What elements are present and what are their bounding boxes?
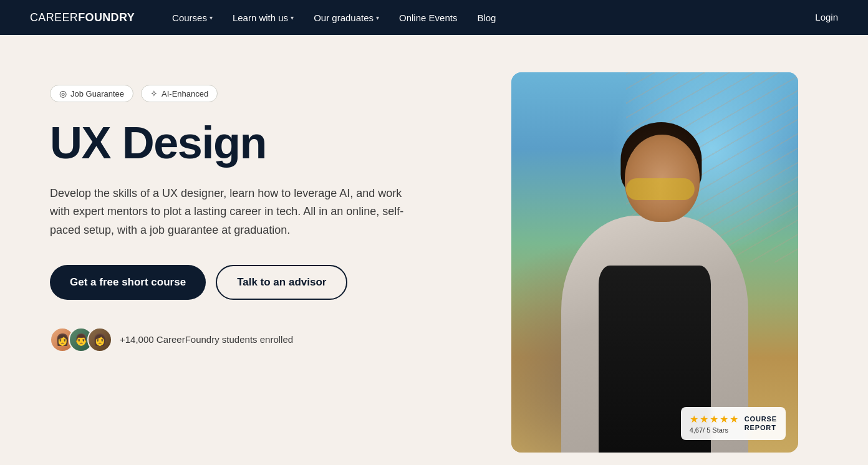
rating-value: 4,67/ 5 Stars (690, 426, 728, 434)
avatar-stack: 👩 👨 👩 (50, 327, 112, 352)
stars-rating: ★ ★ ★ ★ ★ 4,67/ 5 Stars (690, 413, 738, 434)
login-button[interactable]: Login (815, 12, 838, 22)
star-3-icon: ★ (710, 413, 718, 425)
cta-buttons: Get a free short course Talk to an advis… (50, 265, 474, 300)
job-guarantee-badge: ◎ Job Guarantee (50, 85, 133, 102)
enrolled-count: +14,000 CareerFoundry students enrolled (120, 334, 293, 345)
hero-description: Develop the skills of a UX designer, lea… (50, 185, 424, 240)
nav-item-courses[interactable]: Courses ▾ (165, 7, 220, 28)
nav-item-blog[interactable]: Blog (470, 7, 503, 28)
nav-item-learn[interactable]: Learn with us ▾ (225, 7, 301, 28)
hero-right: ★ ★ ★ ★ ★ 4,67/ 5 Stars COURSE REPORT (511, 72, 798, 453)
ai-enhanced-badge: ✧ AI-Enhanced (141, 85, 218, 102)
star-2-icon: ★ (700, 413, 708, 425)
enrolled-section: 👩 👨 👩 +14,000 CareerFoundry students enr… (50, 327, 474, 352)
main-content: ◎ Job Guarantee ✧ AI-Enhanced UX Design … (0, 35, 868, 465)
talk-advisor-button[interactable]: Talk to an advisor (216, 265, 347, 300)
star-half-icon: ★ (730, 413, 738, 425)
course-report-badge: ★ ★ ★ ★ ★ 4,67/ 5 Stars COURSE REPORT (681, 407, 786, 440)
nav-links: Courses ▾ Learn with us ▾ Our graduates … (165, 7, 815, 28)
chevron-down-icon: ▾ (291, 14, 294, 21)
page-title: UX Design (50, 120, 474, 167)
nav-item-events[interactable]: Online Events (392, 7, 465, 28)
guarantee-icon: ◎ (59, 89, 67, 98)
logo[interactable]: CAREERFOUNDRY (30, 11, 135, 24)
nav-item-graduates[interactable]: Our graduates ▾ (306, 7, 387, 28)
hero-left: ◎ Job Guarantee ✧ AI-Enhanced UX Design … (50, 72, 511, 352)
star-4-icon: ★ (720, 413, 728, 425)
star-icons: ★ ★ ★ ★ ★ (690, 413, 738, 425)
avatar: 👩 (87, 327, 112, 352)
chevron-down-icon: ▾ (210, 14, 213, 21)
chevron-down-icon: ▾ (376, 14, 379, 21)
course-report-label: COURSE REPORT (745, 415, 777, 431)
get-free-course-button[interactable]: Get a free short course (50, 265, 206, 300)
star-1-icon: ★ (690, 413, 698, 425)
navigation: CAREERFOUNDRY Courses ▾ Learn with us ▾ … (0, 0, 868, 35)
badge-group: ◎ Job Guarantee ✧ AI-Enhanced (50, 85, 474, 102)
logo-text: CAREERFOUNDRY (30, 11, 135, 24)
ai-icon: ✧ (150, 89, 158, 98)
person-illustration (549, 110, 761, 453)
nav-right: Login (815, 12, 838, 23)
hero-image: ★ ★ ★ ★ ★ 4,67/ 5 Stars COURSE REPORT (511, 72, 798, 453)
